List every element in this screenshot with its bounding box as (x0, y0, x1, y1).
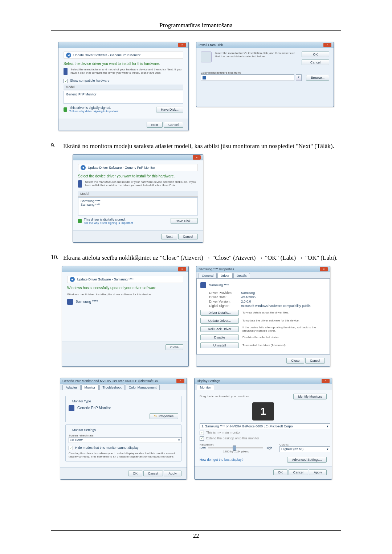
apply-button[interactable]: Apply (309, 469, 327, 475)
tab-general[interactable]: General (199, 273, 217, 278)
advanced-settings-button[interactable]: Advanced Settings... (287, 457, 327, 463)
update-driver-dialog-2: × ◄ Update Driver Software - Generic PnP… (73, 154, 203, 243)
close-icon[interactable]: × (323, 43, 331, 47)
tab-troubleshoot[interactable]: Troubleshoot (99, 385, 125, 390)
driver-properties-dialog: Samsung **** Properties × General Driver… (196, 266, 330, 367)
identify-monitors-button[interactable]: Identify Monitors (293, 394, 327, 399)
tab-adapter[interactable]: Adapter (62, 385, 81, 390)
next-button[interactable]: Next (161, 234, 177, 239)
disable-button[interactable]: Disable (200, 335, 239, 340)
device-name: Samsung **** (209, 283, 229, 287)
monitor-type-group: Monitor Type (71, 399, 93, 403)
provider-value: Samsung (241, 291, 255, 295)
close-icon[interactable]: × (322, 379, 330, 383)
monitor-icon (67, 299, 73, 305)
model-list[interactable]: Generic PnP Monitor (64, 91, 183, 104)
monitor-preview[interactable]: 1 (252, 402, 274, 420)
sub-instruction: Select the manufacturer and model of you… (70, 68, 183, 75)
cancel-button[interactable]: Cancel (305, 358, 325, 364)
best-display-link[interactable]: How do I get the best display? (200, 458, 244, 461)
high-label: High (265, 446, 272, 450)
monitor-icon (200, 282, 206, 288)
breadcrumb: ◄ Update Driver Software - Generic PnP M… (78, 164, 198, 171)
model-item[interactable]: Samsung **** (81, 203, 195, 206)
browse-button[interactable]: Browse... (306, 75, 329, 81)
version-label: Driver Version: (209, 300, 238, 303)
signed-text: This driver is digitally signed. (69, 106, 118, 110)
driver-details-button[interactable]: Driver Details... (200, 310, 239, 316)
back-icon[interactable]: ◄ (70, 277, 75, 282)
back-icon[interactable]: ◄ (81, 165, 86, 170)
chevron-down-icon: ▾ (327, 424, 328, 428)
ok-button[interactable]: OK (128, 471, 142, 476)
breadcrumb-text: Update Driver Software - Generic PnP Mon… (73, 53, 140, 57)
ifd-message: Insert the manufacturer's installation d… (215, 52, 298, 58)
cancel-button[interactable]: Cancel (143, 471, 163, 476)
tab-monitor[interactable]: Monitor (197, 385, 214, 390)
cancel-button[interactable]: Cancel (302, 59, 329, 65)
show-compatible-checkbox[interactable]: ✓ (64, 79, 68, 83)
date-label: Driver Date: (209, 295, 238, 299)
close-icon[interactable]: × (320, 267, 328, 271)
have-disk-button[interactable]: Have Disk... (156, 107, 183, 112)
have-disk-button[interactable]: Have Disk... (171, 218, 198, 224)
show-compatible-label: Show compatible hardware (70, 79, 110, 82)
monitor-select[interactable]: 1. Samsung **** on NVIDIA GeForce 6600 L… (200, 423, 330, 429)
rollback-button[interactable]: Roll Back Driver (200, 326, 239, 332)
model-column-header: Model (78, 191, 198, 197)
update-driver-button[interactable]: Update Driver... (200, 318, 239, 324)
install-from-disk-dialog: Install From Disk × Insert the manufactu… (196, 42, 334, 107)
step-text: Ekrānā attēlotā secībā noklikšķiniet uz … (63, 254, 338, 262)
colors-select[interactable]: Highest (32 bit) ▾ (279, 446, 330, 452)
main-monitor-checkbox[interactable]: ✓ (200, 431, 204, 435)
step-number: 9. (51, 142, 59, 149)
monitor-type-value: Generic PnP Monitor (77, 406, 111, 410)
model-item[interactable]: Samsung **** (81, 199, 195, 203)
disk-icon (201, 52, 212, 62)
resolution-slider[interactable]: Low High (200, 446, 272, 450)
model-item[interactable]: Generic PnP Monitor (66, 93, 181, 96)
disk-icon (78, 180, 82, 188)
disk-icon (64, 68, 68, 75)
close-icon[interactable]: × (176, 379, 184, 383)
success-message: Windows has successfully updated your dr… (67, 286, 183, 290)
model-column-header: Model (64, 85, 183, 90)
sub-instruction: Select the manufacturer and model of you… (85, 180, 198, 188)
hide-modes-checkbox[interactable]: ✓ (69, 446, 73, 450)
hide-modes-label: Hide modes that this monitor cannot disp… (75, 446, 139, 450)
back-icon[interactable]: ◄ (66, 53, 71, 58)
page-number: 22 (51, 530, 341, 539)
cancel-button[interactable]: Cancel (164, 122, 183, 128)
chevron-down-icon[interactable]: ▾ (296, 74, 302, 81)
properties-button[interactable]: 🛡 Properties (150, 413, 178, 419)
cancel-button[interactable]: Cancel (289, 469, 308, 475)
signing-info-link[interactable]: Tell me why driver signing is important (84, 221, 133, 225)
apply-button[interactable]: Apply (164, 471, 181, 476)
provider-label: Driver Provider: (209, 291, 238, 295)
close-icon[interactable]: × (178, 267, 186, 271)
tab-details[interactable]: Details (233, 273, 250, 278)
colors-label: Colors: (279, 443, 327, 446)
tab-driver[interactable]: Driver (217, 273, 233, 278)
copy-from-label: Copy manufacturer's files from: (201, 71, 329, 74)
disable-desc: Disables the selected device. (242, 336, 280, 339)
signing-info-link[interactable]: Tell me why driver signing is important (69, 110, 118, 113)
cancel-button[interactable]: Cancel (178, 234, 198, 239)
tab-color-management[interactable]: Color Management (126, 385, 160, 390)
ok-button[interactable]: OK (302, 52, 329, 57)
close-icon[interactable]: × (193, 155, 201, 160)
uninstall-button[interactable]: Uninstall (200, 342, 239, 348)
next-button[interactable]: Next (147, 122, 163, 128)
copy-from-input[interactable] (201, 74, 294, 81)
shield-icon (64, 107, 67, 112)
ok-button[interactable]: OK (273, 469, 287, 475)
extend-desktop-checkbox[interactable]: ✓ (200, 436, 204, 441)
model-list[interactable]: Samsung **** Samsung **** (78, 197, 198, 216)
close-icon[interactable]: × (178, 43, 186, 47)
close-button[interactable]: Close (286, 358, 304, 364)
update-driver-success-dialog: × ◄ Update Driver Software - Samsung ***… (62, 266, 189, 367)
refresh-rate-select[interactable]: 60 Hertz ▾ (69, 437, 182, 443)
date-value: 4/14/2005 (241, 295, 256, 299)
tab-monitor[interactable]: Monitor (81, 385, 99, 390)
close-button[interactable]: Close (166, 344, 183, 350)
